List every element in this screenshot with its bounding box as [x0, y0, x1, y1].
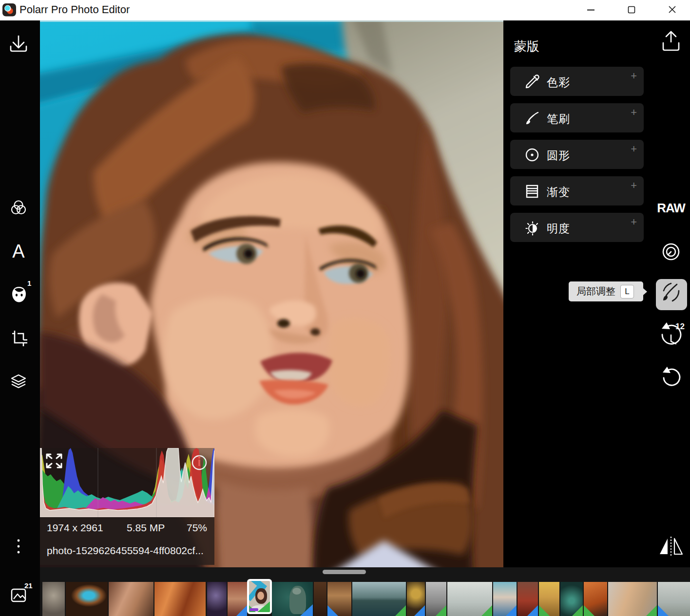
svg-text:RAW: RAW: [657, 201, 686, 215]
svg-text:A: A: [12, 241, 25, 261]
svg-text:21: 21: [24, 581, 33, 590]
svg-text:1: 1: [27, 279, 31, 287]
